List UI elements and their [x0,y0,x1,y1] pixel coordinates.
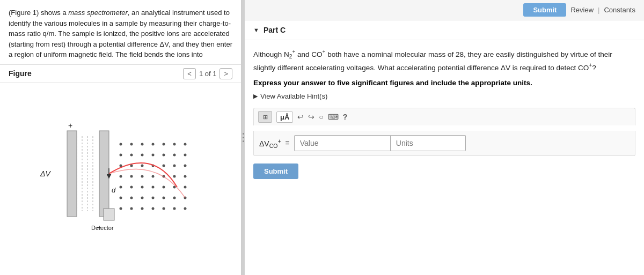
part-c-description: Although N2+ and CO+ both have a nominal… [253,48,635,73]
svg-point-30 [119,175,122,177]
part-c-expand-icon: ▼ [253,27,259,33]
svg-text:d: d [112,186,116,194]
equals-sign: = [286,139,290,147]
review-link[interactable]: Review [570,6,594,14]
prev-figure-button[interactable]: < [183,68,196,79]
submit-bottom-button[interactable]: Submit [253,163,298,179]
figure-area: ΔV + − [0,83,241,276]
hint-arrow-icon: ▶ [253,93,258,100]
separator-dot [243,133,244,135]
part-c-body: Although N2+ and CO+ both have a nominal… [245,40,644,187]
svg-point-38 [130,185,133,188]
svg-point-47 [151,196,154,199]
constants-link[interactable]: Constants [604,6,635,14]
separator-dot [243,137,244,138]
svg-point-29 [184,164,186,167]
svg-point-22 [184,153,186,156]
svg-point-19 [151,153,154,156]
svg-point-54 [151,207,154,210]
separator-dot [243,140,244,142]
svg-rect-1 [99,131,109,217]
svg-point-16 [119,153,122,156]
mass-spectrometer-diagram: ΔV + − [35,115,207,243]
undo-icon[interactable]: ↩ [297,113,304,121]
keyboard-icon[interactable]: ⌨ [328,113,339,121]
svg-point-48 [162,196,165,199]
svg-point-9 [119,143,122,145]
units-input[interactable] [391,135,466,151]
right-panel: Submit Review | Constants ▼ Part C Altho… [245,0,644,275]
svg-point-31 [130,175,133,177]
part-c-label: Part C [264,26,286,34]
help-icon[interactable]: ? [343,113,348,121]
matrix-symbol: ⊞ [263,114,268,121]
svg-point-51 [119,207,122,210]
svg-point-53 [141,207,143,210]
svg-point-10 [130,143,133,145]
matrix-icon[interactable]: ⊞ [258,111,272,123]
figure-nav: Figure < 1 of 1 > [0,64,241,83]
svg-point-15 [184,143,186,145]
description-text: (Figure 1) shows a mass spectrometer, an… [9,9,232,58]
svg-point-13 [162,143,165,145]
svg-point-39 [141,185,143,188]
refresh-icon[interactable]: ○ [319,113,323,121]
svg-text:Detector: Detector [91,225,114,231]
svg-point-32 [141,175,143,177]
unit-toggle[interactable]: μÅ [276,112,293,123]
svg-point-49 [173,196,175,199]
figure-svg: ΔV + − [35,115,207,243]
top-bar-right: Submit Review | Constants [523,3,635,17]
hint-label: View Available Hint(s) [260,92,327,100]
nav-controls: < 1 of 1 > [183,68,232,79]
svg-point-28 [173,164,175,167]
svg-point-20 [162,153,165,156]
answer-row: ΔVCO+ = [253,131,635,156]
redo-icon[interactable]: ↪ [308,113,314,121]
emphasis-text: Express your answer to five significant … [253,79,635,87]
svg-text:+: + [68,121,72,130]
page-indicator: 1 of 1 [199,70,217,78]
figure-label: Figure [9,69,32,78]
svg-point-37 [119,185,122,188]
part-c-header[interactable]: ▼ Part C [245,20,644,40]
svg-point-25 [141,164,143,167]
top-bar: Submit Review | Constants [245,0,644,20]
svg-point-56 [173,207,175,210]
svg-point-33 [151,175,154,177]
part-c-section: ▼ Part C Although N2+ and CO+ both have … [245,20,644,275]
svg-point-17 [130,153,133,156]
svg-point-46 [141,196,143,199]
submit-top-button[interactable]: Submit [523,3,566,17]
svg-point-57 [184,207,186,210]
answer-toolbar: ⊞ μÅ ↩ ↪ ○ ⌨ ? [253,108,635,125]
svg-point-12 [151,143,154,145]
svg-text:ΔV: ΔV [40,169,51,178]
svg-point-52 [130,207,133,210]
divider: | [598,6,599,14]
svg-point-45 [130,196,133,199]
svg-point-41 [162,185,165,188]
value-input[interactable] [294,135,391,151]
svg-point-14 [173,143,175,145]
next-figure-button[interactable]: > [219,68,232,79]
svg-point-44 [119,196,122,199]
svg-point-36 [184,175,186,177]
svg-point-40 [151,185,154,188]
problem-text: (Figure 1) shows a mass spectrometer, an… [0,0,241,64]
svg-point-21 [173,153,175,156]
answer-box: ⊞ μÅ ↩ ↪ ○ ⌨ ? ΔVCO+ = [253,108,635,179]
svg-point-18 [141,153,143,156]
svg-rect-59 [104,209,114,220]
svg-point-55 [162,207,165,210]
svg-point-11 [141,143,143,145]
view-hint[interactable]: ▶ View Available Hint(s) [253,92,635,100]
answer-label: ΔVCO+ [259,138,281,149]
svg-point-27 [162,164,165,167]
svg-rect-0 [67,131,77,217]
left-panel: (Figure 1) shows a mass spectrometer, an… [0,0,241,275]
svg-point-43 [184,185,186,188]
svg-point-35 [173,175,175,177]
